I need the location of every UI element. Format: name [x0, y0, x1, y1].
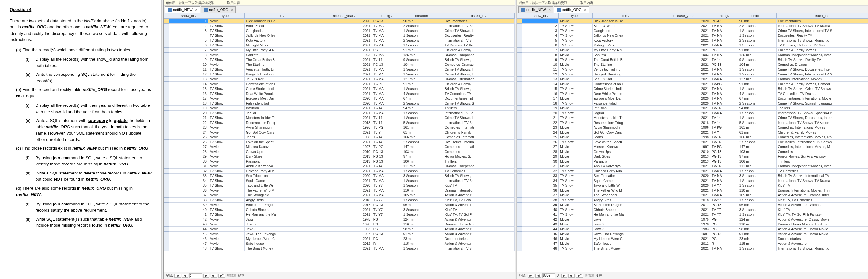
cell-type[interactable]: TV Show	[208, 67, 244, 72]
cell-duration[interactable]: 3 Seasons	[738, 174, 776, 178]
row-selector[interactable]	[164, 236, 169, 241]
cell-listed[interactable]: Crime TV Shows, International TV S	[776, 28, 868, 33]
cell-rating[interactable]: TV-Y7	[372, 198, 402, 203]
cell-title[interactable]: Love on the Spectr	[244, 140, 316, 144]
table-row[interactable]: 6TV ShowMidnight Mass2021TV-MA1 SeasonTV…	[164, 43, 515, 48]
cell-rating[interactable]: TV-MA	[710, 193, 738, 198]
cell-duration[interactable]: 111 min	[402, 164, 443, 169]
table-row[interactable]: 8MovieSankofa1993TV-MA125 minDramas, Ind…	[164, 53, 515, 58]
cell-duration[interactable]: 97 min	[738, 154, 776, 159]
cell-listed[interactable]: Comedies	[443, 149, 515, 154]
table-row[interactable]: 4TV ShowJailbirds New Orlea2021TV-MA1 Se…	[517, 33, 868, 38]
cell-title[interactable]: Monsters Inside: Th	[244, 115, 316, 120]
tab-netflix-org[interactable]: netflix_ORG×	[554, 6, 589, 12]
cell-id[interactable]: 11	[523, 67, 559, 72]
cell-duration[interactable]: 5 Seasons	[738, 120, 776, 125]
cell-type[interactable]: TV Show	[208, 24, 244, 28]
cell-duration[interactable]: 1 Season	[738, 115, 776, 120]
cell-id[interactable]: 40	[523, 207, 559, 212]
cell-type[interactable]: TV Show	[208, 33, 244, 38]
cell-duration[interactable]: 1 Season	[738, 169, 776, 174]
cell-duration[interactable]: 96 min	[738, 203, 776, 207]
nav-first[interactable]: ⏮	[175, 274, 181, 278]
cell-duration[interactable]: 1 Season	[738, 28, 776, 33]
row-selector[interactable]	[517, 101, 523, 106]
cell-type[interactable]: Movie	[559, 62, 592, 67]
cell-duration[interactable]: 67 min	[738, 96, 776, 101]
cell-title[interactable]: Jaguar	[592, 111, 659, 115]
cell-type[interactable]: Movie	[559, 81, 592, 86]
table-row[interactable]: 11TV ShowVendetta: Truth, Li2021TV-MA1 S…	[164, 67, 515, 72]
table-row[interactable]: 15TV ShowCrime Stories: Indi2021TV-MA1 S…	[164, 86, 515, 91]
cell-title[interactable]: Squid Game	[244, 178, 316, 183]
table-row[interactable]: 46MovieMy Heroes Were C2021PG23 minDocum…	[517, 236, 868, 241]
cell-type[interactable]: TV Show	[208, 169, 244, 174]
cell-id[interactable]: 17	[169, 96, 208, 101]
cell-listed[interactable]: Children & Family Movies	[776, 130, 868, 135]
cell-duration[interactable]: 124 min	[402, 217, 443, 222]
cell-type[interactable]: Movie	[559, 241, 592, 246]
cell-year[interactable]: 2021	[659, 164, 710, 169]
cell-rating[interactable]: R	[710, 241, 738, 246]
cell-title[interactable]: Chhota Bheem	[244, 207, 316, 212]
cell-listed[interactable]: Kids' TV, TV Com	[443, 198, 515, 203]
cell-id[interactable]: 47	[523, 241, 559, 246]
cell-rating[interactable]: TV-MA	[372, 169, 402, 174]
cell-rating[interactable]: TV-MA	[710, 178, 738, 183]
cell-type[interactable]: Movie	[559, 232, 592, 236]
cell-listed[interactable]: Thrillers	[443, 106, 515, 111]
cell-listed[interactable]: Action & Adventur	[443, 203, 515, 207]
cell-id[interactable]: 14	[523, 81, 559, 86]
cell-listed[interactable]: Action & Adventur	[443, 227, 515, 232]
cell-listed[interactable]: Documentaries	[776, 19, 868, 24]
cell-duration[interactable]: 61 min	[402, 130, 443, 135]
table-row[interactable]: 29MovieDark Skies2013PG-1397 minHorror M…	[164, 154, 515, 159]
cell-year[interactable]: 2010	[316, 149, 372, 154]
row-selector[interactable]	[164, 144, 169, 149]
cell-listed[interactable]: Action & Adventure, Horror Movie	[776, 232, 868, 236]
table-row[interactable]: 40TV ShowChhota Bheem2021TV-Y73 SeasonsK…	[517, 207, 868, 212]
cell-year[interactable]: 2017	[316, 203, 372, 207]
cell-title[interactable]: Avvai Shanmughi	[244, 125, 316, 130]
cell-type[interactable]: TV Show	[208, 38, 244, 43]
table-row[interactable]: 35TV ShowTayo and Little Wi2020TV-Y71 Se…	[517, 183, 868, 188]
cell-type[interactable]: TV Show	[559, 183, 592, 188]
cell-duration[interactable]: 91 min	[402, 81, 443, 86]
cell-year[interactable]: 2021	[316, 48, 372, 53]
cell-year[interactable]: 2013	[316, 154, 372, 159]
cell-id[interactable]: 28	[169, 149, 208, 154]
table-row[interactable]: 7MovieMy Little Pony: A N2021PG91 minChi…	[517, 48, 868, 53]
cell-year[interactable]: 2021	[659, 81, 710, 86]
cell-rating[interactable]: TV-MA	[710, 77, 738, 81]
table-row[interactable]: 33TV ShowSex Education2020TV-MA3 Seasons…	[164, 174, 515, 178]
row-selector[interactable]	[164, 115, 169, 120]
cell-title[interactable]: Vendetta: Truth, Li	[592, 67, 659, 72]
cell-id[interactable]: 2	[169, 24, 208, 28]
cell-year[interactable]: 2020	[316, 19, 372, 24]
cell-rating[interactable]: TV-MA	[372, 72, 402, 77]
cell-listed[interactable]: Dramas, Internation	[443, 77, 515, 81]
cell-year[interactable]: 2013	[659, 159, 710, 164]
cell-year[interactable]: 2021	[659, 67, 710, 72]
cell-listed[interactable]: Comedies, International Movies, Ro	[776, 135, 868, 140]
cell-year[interactable]: 2020	[659, 101, 710, 106]
cell-listed[interactable]: Action & Adventure, Horror Movie	[776, 227, 868, 232]
cell-duration[interactable]: 1 Season	[402, 28, 443, 33]
cell-title[interactable]: Jailbirds New Orlea	[244, 33, 316, 38]
cell-type[interactable]: TV Show	[208, 111, 244, 115]
row-selector[interactable]	[517, 13, 523, 19]
data-table-left[interactable]: show_id▾type▾title▾release_year▾rating▾d…	[164, 13, 515, 251]
cell-year[interactable]: 1978	[659, 222, 710, 227]
cell-title[interactable]: Bangkok Breaking	[592, 72, 659, 77]
table-row[interactable]: 19MovieIntrusion2021TV-1494 minThrillers	[517, 106, 868, 111]
cell-title[interactable]: The Father Who M	[244, 188, 316, 193]
cell-type[interactable]: TV Show	[208, 43, 244, 48]
cell-rating[interactable]: PG	[710, 48, 738, 53]
cell-type[interactable]: Movie	[559, 77, 592, 81]
cell-duration[interactable]: 125 min	[402, 53, 443, 58]
cell-duration[interactable]: 98 min	[738, 227, 776, 232]
table-row[interactable]: 18TV ShowFalsa identidad2020TV-MA2 Seaso…	[164, 101, 515, 106]
cell-title[interactable]: Squid Game	[592, 178, 659, 183]
cell-title[interactable]: Ganglands	[592, 28, 659, 33]
cell-year[interactable]: 2021	[659, 106, 710, 111]
